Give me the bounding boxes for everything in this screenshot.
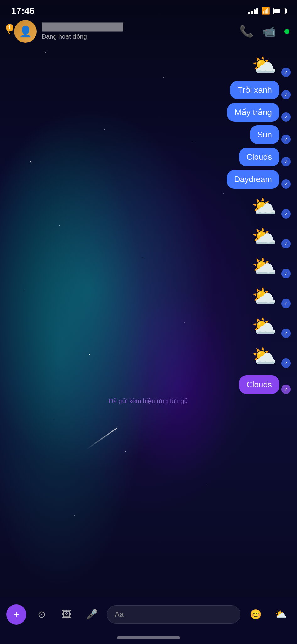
message-check: ✓ (281, 299, 291, 308)
message-check: ✓ (281, 157, 291, 166)
contact-status: Đang hoạt động (42, 33, 240, 40)
message-check: ✓ (281, 68, 291, 77)
home-bar (117, 636, 180, 639)
camera-button[interactable]: ⊙ (31, 604, 51, 625)
header-actions: 📞 📹 (240, 25, 289, 38)
add-button[interactable]: + (6, 604, 26, 625)
message-bubble: Trời xanh (230, 81, 279, 99)
message-row: Daydream ✓ (0, 168, 297, 191)
message-check: ✓ (281, 329, 291, 338)
battery-icon (273, 8, 286, 14)
gallery-button[interactable]: 🖼 (57, 604, 77, 625)
message-row: Trời xanh ✓ (0, 79, 297, 101)
mic-icon: 🎤 (86, 609, 98, 620)
sent-effect-label: Đã gửi kèm hiệu ứng từ ngữ (0, 396, 297, 408)
message-emoji: ⛅ (252, 344, 277, 368)
message-bubble: Daydream (227, 170, 279, 189)
message-emoji: ⛅ (252, 285, 277, 308)
messages-area: ⛅ ✓ Trời xanh ✓ Mấy trắng ✓ Sun ✓ Clouds (0, 44, 297, 597)
chat-header: ‹ 1 👤 ████████████h Đang hoạt động 📞 📹 (0, 19, 297, 44)
message-check: ✓ (281, 135, 291, 144)
message-emoji: ⛅ (252, 53, 277, 77)
microphone-button[interactable]: 🎤 (82, 604, 102, 625)
message-emoji: ⛅ (252, 195, 277, 219)
input-bar: + ⊙ 🖼 🎤 Aa 😊 ⛅ (0, 597, 297, 631)
message-emoji: ⛅ (252, 225, 277, 248)
message-row: Clouds ✓ (0, 146, 297, 168)
message-row: ⛅ ✓ (0, 50, 297, 79)
message-row: ⛅ ✓ (0, 191, 297, 220)
signal-icon (248, 8, 258, 14)
back-button[interactable]: ‹ 1 (8, 26, 11, 37)
camera-icon: ⊙ (38, 609, 46, 620)
message-bubble-clouds-final: Clouds (239, 375, 279, 394)
emoji-icon: 😊 (250, 609, 262, 620)
message-row: Clouds ✓ (0, 370, 297, 396)
message-bubble: Sun (250, 125, 279, 144)
weather-sticker-button[interactable]: ⛅ (271, 604, 291, 625)
status-bar: 17:46 📶 (0, 0, 297, 19)
message-bubble: Mấy trắng (227, 103, 279, 122)
contact-name: ████████████h (42, 23, 124, 31)
image-icon: 🖼 (62, 609, 71, 620)
status-time: 17:46 (11, 6, 35, 16)
video-button[interactable]: 📹 (262, 25, 276, 38)
message-row: ⛅ ✓ (0, 250, 297, 280)
plus-icon: + (14, 609, 19, 620)
message-check: ✓ (281, 112, 291, 122)
message-row: ⛅ ✓ (0, 220, 297, 250)
message-check: ✓ (281, 239, 291, 248)
call-button[interactable]: 📞 (240, 25, 254, 38)
message-check: ✓ (281, 385, 291, 394)
contact-info[interactable]: ████████████h Đang hoạt động (42, 23, 240, 40)
wifi-icon: 📶 (262, 7, 270, 15)
message-emoji: ⛅ (252, 314, 277, 338)
message-row: ⛅ ✓ (0, 340, 297, 370)
back-badge: 1 (6, 24, 14, 31)
message-check: ✓ (281, 358, 291, 368)
status-icons: 📶 (248, 7, 286, 15)
message-emoji: ⛅ (252, 255, 277, 278)
input-placeholder: Aa (115, 610, 124, 619)
message-check: ✓ (281, 269, 291, 278)
contact-avatar[interactable]: 👤 (14, 20, 37, 43)
weather-icon: ⛅ (275, 609, 287, 620)
message-row: Sun ✓ (0, 124, 297, 146)
messages-container: ⛅ ✓ Trời xanh ✓ Mấy trắng ✓ Sun ✓ Clouds (0, 47, 297, 412)
message-row: Mấy trắng ✓ (0, 101, 297, 124)
message-check: ✓ (281, 90, 291, 99)
message-row: ⛅ ✓ (0, 310, 297, 340)
message-bubble: Clouds (239, 148, 279, 166)
active-indicator (284, 29, 289, 34)
message-row: ⛅ ✓ (0, 280, 297, 310)
home-indicator (0, 631, 297, 644)
message-check: ✓ (281, 179, 291, 189)
message-check: ✓ (281, 209, 291, 219)
message-input[interactable]: Aa (107, 605, 240, 624)
emoji-button[interactable]: 😊 (246, 604, 266, 625)
